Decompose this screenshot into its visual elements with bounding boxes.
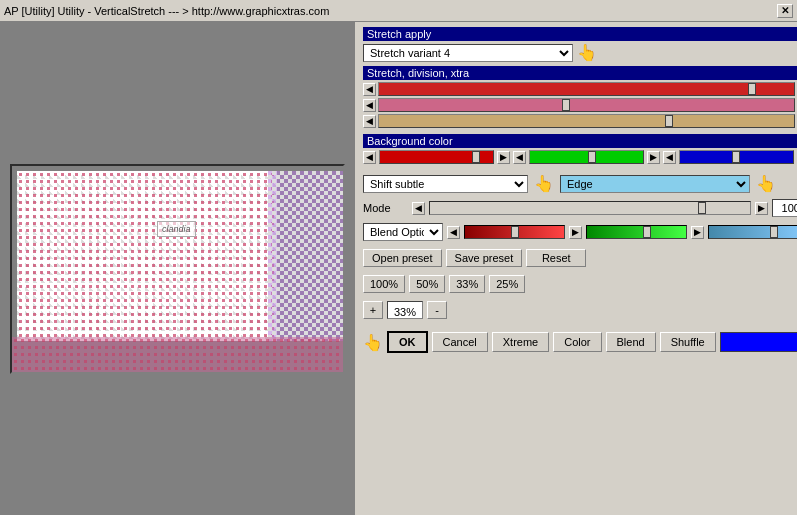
watermark: clandia [157, 221, 196, 237]
title-bar: AP [Utility] Utility - VerticalStretch -… [0, 0, 797, 22]
background-color-section: Background color ◀ ▶ ◀ ▶ ◀ ▶ [363, 134, 797, 164]
bg-green-track[interactable] [529, 150, 644, 164]
save-preset-button[interactable]: Save preset [446, 249, 523, 267]
bg-color-row: ◀ ▶ ◀ ▶ ◀ ▶ [363, 150, 797, 164]
bg-blue-left-arrow[interactable]: ◀ [663, 151, 676, 164]
stretch-slider-row-2: ◀ ▶ [363, 98, 797, 112]
bg-green-left-arrow[interactable]: ◀ [513, 151, 526, 164]
percent-button-row: 100% 50% 33% 25% [363, 275, 797, 293]
zoom-minus-button[interactable]: - [427, 301, 447, 319]
stretch-apply-row: Stretch variant 4 👆 [363, 43, 797, 62]
close-button[interactable]: ✕ [777, 4, 793, 18]
xtreme-button[interactable]: Xtreme [492, 332, 549, 352]
bg-red-right-arrow[interactable]: ▶ [497, 151, 510, 164]
mode-right-arrow[interactable]: ▶ [755, 202, 768, 215]
stretch-apply-header: Stretch apply [363, 27, 797, 41]
zoom-value: 33% [387, 301, 423, 319]
image-preview: clandia [10, 164, 345, 374]
blue-indicator [720, 332, 797, 352]
ok-button[interactable]: OK [387, 331, 428, 353]
stretch-slider-1-track[interactable] [378, 82, 795, 96]
stretch-slider-row-3: ◀ ▶ [363, 114, 797, 128]
shift-finger-icon: 👆 [534, 174, 554, 193]
image-panel: clandia [0, 22, 355, 515]
mode-left-arrow[interactable]: ◀ [412, 202, 425, 215]
stretch-slider1-left-arrow[interactable]: ◀ [363, 83, 376, 96]
stretch-slider3-left-arrow[interactable]: ◀ [363, 115, 376, 128]
mode-track[interactable] [429, 201, 751, 215]
open-preset-button[interactable]: Open preset [363, 249, 442, 267]
stretch-variant-select[interactable]: Stretch variant 4 [363, 44, 573, 62]
zoom-row: + 33% - [363, 301, 797, 319]
blend-blue-track[interactable] [708, 225, 797, 239]
preset-button-row: Open preset Save preset Reset [363, 249, 797, 267]
shuffle-button[interactable]: Shuffle [660, 332, 716, 352]
bg-green-right-arrow[interactable]: ▶ [647, 151, 660, 164]
blend-green-track[interactable] [586, 225, 687, 239]
blend-button[interactable]: Blend [606, 332, 656, 352]
background-color-header: Background color [363, 134, 797, 148]
preview-purple-stretch [268, 171, 343, 341]
title-text: AP [Utility] Utility - VerticalStretch -… [4, 5, 329, 17]
stretch-slider-3-track[interactable] [378, 114, 795, 128]
pct-33-button[interactable]: 33% [449, 275, 485, 293]
pct-25-button[interactable]: 25% [489, 275, 525, 293]
mode-value-input[interactable]: 100 [772, 199, 797, 217]
color-button[interactable]: Color [553, 332, 601, 352]
blend-left-arrow[interactable]: ◀ [447, 226, 460, 239]
stretch-apply-section: Stretch apply Stretch variant 4 👆 [363, 27, 797, 62]
blend-red-track[interactable] [464, 225, 565, 239]
blend-right-arrow[interactable]: ▶ [691, 226, 704, 239]
bg-blue-track[interactable] [679, 150, 794, 164]
preview-bottom-strip [12, 337, 343, 372]
blend-row: Blend Optio ◀ ▶ ▶ [363, 223, 797, 241]
reset-button[interactable]: Reset [526, 249, 586, 267]
ok-finger-icon: 👆 [363, 333, 383, 352]
stretch-apply-finger-icon: 👆 [577, 43, 597, 62]
bg-red-track[interactable] [379, 150, 494, 164]
mode-row: Mode ◀ ▶ 100 [363, 199, 797, 217]
blend-options-select[interactable]: Blend Optio [363, 223, 443, 241]
controls-panel: Stretch apply Stretch variant 4 👆 Stretc… [355, 22, 797, 515]
main-content: clandia Stretch apply Stretch variant 4 … [0, 22, 797, 515]
stretch-division-section: Stretch, division, xtra ◀ ▶ ◀ ▶ ◀ [363, 66, 797, 130]
shift-subtle-select[interactable]: Shift subtle [363, 175, 528, 193]
mode-label: Mode [363, 202, 408, 214]
stretch-slider2-left-arrow[interactable]: ◀ [363, 99, 376, 112]
stretch-slider-2-track[interactable] [378, 98, 795, 112]
preview-dots [17, 171, 277, 341]
zoom-plus-button[interactable]: + [363, 301, 383, 319]
pct-50-button[interactable]: 50% [409, 275, 445, 293]
shift-edge-row: Shift subtle 👆 Edge 👆 [363, 174, 797, 193]
pct-100-button[interactable]: 100% [363, 275, 405, 293]
bg-red-left-arrow[interactable]: ◀ [363, 151, 376, 164]
blend-mid-arrow[interactable]: ▶ [569, 226, 582, 239]
edge-finger-icon: 👆 [756, 174, 776, 193]
edge-select[interactable]: Edge [560, 175, 750, 193]
stretch-slider-row-1: ◀ ▶ [363, 82, 797, 96]
stretch-division-header: Stretch, division, xtra [363, 66, 797, 80]
cancel-button[interactable]: Cancel [432, 332, 488, 352]
action-button-row: 👆 OK Cancel Xtreme Color Blend Shuffle [363, 331, 797, 353]
